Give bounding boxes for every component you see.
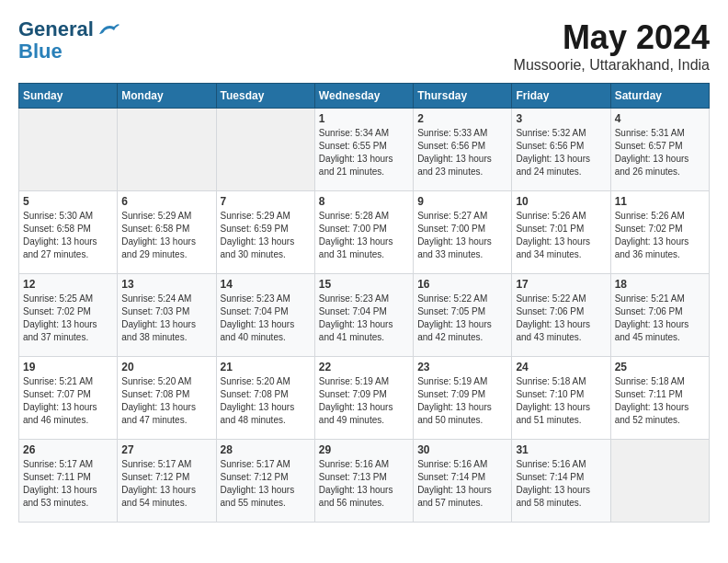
cell-sunrise: Sunrise: 5:25 AM [23, 293, 93, 304]
cell-sunset: Sunset: 7:13 PM [319, 472, 387, 482]
day-number: 27 [121, 443, 211, 456]
calendar-cell: 21Sunrise: 5:20 AMSunset: 7:08 PMDayligh… [216, 357, 314, 440]
page-header: General Blue May 2024 Mussoorie, Uttarak… [18, 18, 710, 74]
weekday-header-friday: Friday [512, 84, 610, 109]
cell-daylight: Daylight: 13 hours and 49 minutes. [319, 402, 393, 425]
cell-daylight: Daylight: 13 hours and 58 minutes. [516, 485, 590, 508]
cell-sunset: Sunset: 7:05 PM [417, 306, 485, 316]
day-number: 5 [23, 195, 113, 208]
calendar-cell: 7Sunrise: 5:29 AMSunset: 6:59 PMDaylight… [216, 191, 314, 274]
cell-daylight: Daylight: 13 hours and 40 minutes. [221, 319, 295, 342]
day-number: 16 [417, 278, 507, 291]
day-number: 29 [319, 443, 409, 456]
cell-sunrise: Sunrise: 5:23 AM [221, 293, 290, 304]
calendar-cell: 22Sunrise: 5:19 AMSunset: 7:09 PMDayligh… [314, 357, 413, 440]
day-number: 17 [516, 278, 606, 291]
day-number: 24 [516, 361, 606, 373]
cell-sunrise: Sunrise: 5:17 AM [23, 459, 93, 469]
cell-sunset: Sunset: 6:58 PM [121, 224, 189, 234]
calendar-cell: 14Sunrise: 5:23 AMSunset: 7:04 PMDayligh… [216, 274, 314, 357]
cell-sunrise: Sunrise: 5:21 AM [615, 293, 685, 304]
calendar-cell: 27Sunrise: 5:17 AMSunset: 7:12 PMDayligh… [118, 440, 216, 523]
day-number: 14 [221, 278, 311, 291]
calendar-cell: 28Sunrise: 5:17 AMSunset: 7:12 PMDayligh… [216, 440, 314, 523]
cell-sunset: Sunset: 7:01 PM [516, 224, 584, 234]
cell-sunset: Sunset: 7:00 PM [417, 224, 485, 234]
cell-daylight: Daylight: 13 hours and 27 minutes. [23, 236, 97, 259]
cell-sunset: Sunset: 7:08 PM [121, 389, 189, 399]
cell-sunset: Sunset: 7:02 PM [615, 224, 683, 234]
cell-sunrise: Sunrise: 5:18 AM [615, 376, 685, 386]
title-block: May 2024 Mussoorie, Uttarakhand, India [514, 18, 710, 74]
day-number: 12 [23, 278, 113, 291]
cell-daylight: Daylight: 13 hours and 42 minutes. [417, 319, 492, 342]
cell-sunset: Sunset: 7:14 PM [516, 472, 584, 482]
day-number: 20 [121, 361, 211, 373]
day-number: 15 [319, 278, 409, 291]
day-number: 13 [121, 278, 211, 291]
calendar-cell: 31Sunrise: 5:16 AMSunset: 7:14 PMDayligh… [512, 440, 610, 523]
cell-sunset: Sunset: 7:07 PM [23, 389, 91, 399]
logo-text: General [18, 18, 121, 40]
calendar-cell [118, 109, 216, 191]
calendar-cell [19, 109, 118, 191]
cell-sunset: Sunset: 6:56 PM [516, 141, 584, 151]
cell-sunset: Sunset: 7:00 PM [319, 224, 387, 234]
calendar-cell: 2Sunrise: 5:33 AMSunset: 6:56 PMDaylight… [414, 109, 512, 191]
calendar-cell: 30Sunrise: 5:16 AMSunset: 7:14 PMDayligh… [414, 440, 512, 523]
day-number: 2 [417, 112, 507, 125]
cell-sunset: Sunset: 6:55 PM [319, 141, 387, 151]
calendar-cell: 29Sunrise: 5:16 AMSunset: 7:13 PMDayligh… [314, 440, 413, 523]
cell-daylight: Daylight: 13 hours and 41 minutes. [319, 319, 393, 342]
logo-blue-text: Blue [18, 40, 121, 63]
calendar-cell: 25Sunrise: 5:18 AMSunset: 7:11 PMDayligh… [610, 357, 709, 440]
calendar-cell: 10Sunrise: 5:26 AMSunset: 7:01 PMDayligh… [512, 191, 610, 274]
logo: General Blue [18, 18, 121, 63]
cell-sunrise: Sunrise: 5:28 AM [319, 211, 389, 221]
cell-sunrise: Sunrise: 5:16 AM [417, 459, 487, 469]
calendar-cell: 6Sunrise: 5:29 AMSunset: 6:58 PMDaylight… [118, 191, 216, 274]
cell-sunrise: Sunrise: 5:24 AM [121, 293, 191, 304]
cell-daylight: Daylight: 13 hours and 33 minutes. [417, 236, 492, 259]
cell-sunset: Sunset: 7:06 PM [516, 306, 584, 316]
day-number: 22 [319, 361, 409, 373]
cell-daylight: Daylight: 13 hours and 46 minutes. [23, 402, 97, 425]
calendar-table: SundayMondayTuesdayWednesdayThursdayFrid… [18, 83, 710, 523]
cell-sunrise: Sunrise: 5:26 AM [615, 211, 685, 221]
cell-sunset: Sunset: 7:06 PM [615, 306, 683, 316]
cell-sunset: Sunset: 6:59 PM [221, 224, 289, 234]
cell-daylight: Daylight: 13 hours and 45 minutes. [615, 319, 689, 342]
day-number: 26 [23, 443, 113, 456]
cell-sunrise: Sunrise: 5:22 AM [516, 293, 586, 304]
cell-sunset: Sunset: 7:09 PM [417, 389, 485, 399]
logo-bird-icon [96, 21, 121, 40]
calendar-cell: 1Sunrise: 5:34 AMSunset: 6:55 PMDaylight… [314, 109, 413, 191]
calendar-cell: 4Sunrise: 5:31 AMSunset: 6:57 PMDaylight… [610, 109, 709, 191]
cell-sunrise: Sunrise: 5:19 AM [417, 376, 487, 386]
calendar-cell: 26Sunrise: 5:17 AMSunset: 7:11 PMDayligh… [19, 440, 118, 523]
calendar-cell: 17Sunrise: 5:22 AMSunset: 7:06 PMDayligh… [512, 274, 610, 357]
cell-sunset: Sunset: 7:04 PM [221, 306, 289, 316]
calendar-cell: 8Sunrise: 5:28 AMSunset: 7:00 PMDaylight… [314, 191, 413, 274]
cell-sunrise: Sunrise: 5:32 AM [516, 128, 586, 138]
cell-sunset: Sunset: 7:04 PM [319, 306, 387, 316]
cell-sunrise: Sunrise: 5:20 AM [221, 376, 290, 386]
cell-sunset: Sunset: 7:12 PM [221, 472, 289, 482]
weekday-header-monday: Monday [118, 84, 216, 109]
cell-daylight: Daylight: 13 hours and 30 minutes. [221, 236, 295, 259]
cell-daylight: Daylight: 13 hours and 55 minutes. [221, 485, 295, 508]
cell-sunrise: Sunrise: 5:34 AM [319, 128, 389, 138]
cell-daylight: Daylight: 13 hours and 50 minutes. [417, 402, 492, 425]
cell-sunrise: Sunrise: 5:30 AM [23, 211, 93, 221]
cell-daylight: Daylight: 13 hours and 37 minutes. [23, 319, 97, 342]
cell-sunset: Sunset: 7:11 PM [23, 472, 91, 482]
cell-sunrise: Sunrise: 5:27 AM [417, 211, 487, 221]
calendar-week-row: 19Sunrise: 5:21 AMSunset: 7:07 PMDayligh… [19, 357, 710, 440]
day-number: 21 [221, 361, 311, 373]
cell-daylight: Daylight: 13 hours and 34 minutes. [516, 236, 590, 259]
cell-sunrise: Sunrise: 5:18 AM [516, 376, 586, 386]
day-number: 30 [417, 443, 507, 456]
cell-sunset: Sunset: 6:58 PM [23, 224, 91, 234]
cell-sunset: Sunset: 7:11 PM [615, 389, 683, 399]
cell-daylight: Daylight: 13 hours and 29 minutes. [121, 236, 196, 259]
